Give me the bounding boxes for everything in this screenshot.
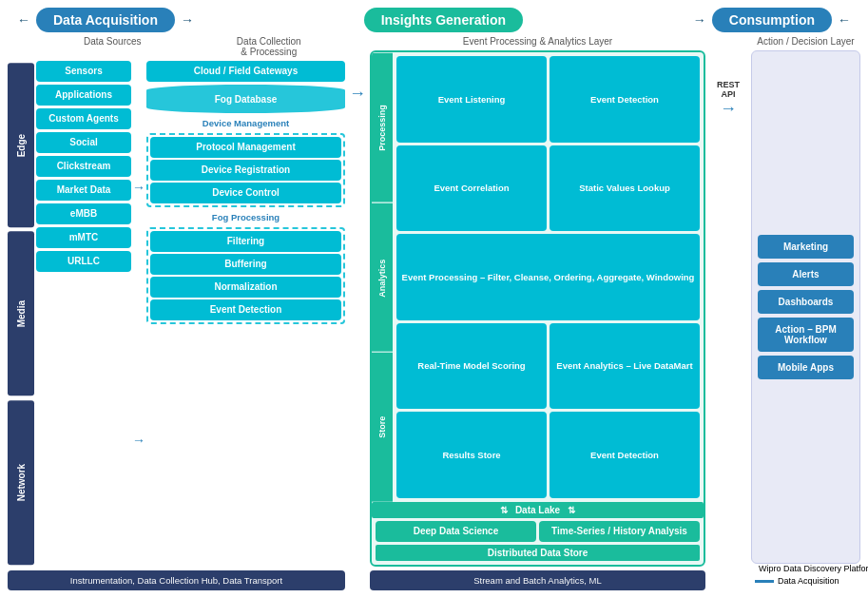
vertical-labels: Processing Analytics Store	[372, 52, 393, 502]
bottom-row-1: Deep Data Science Time-Series / History …	[376, 521, 700, 542]
action-bpm-btn: Action – BPM Workflow	[758, 318, 854, 352]
legend-blue-line	[755, 580, 774, 583]
data-acquisition-header: ← Data Acquisition →	[17, 8, 194, 32]
arrow-left-icon: ←	[17, 12, 30, 28]
insights-grid: Event Listening Event Detection Event Co…	[393, 52, 704, 502]
bottom-left-label: Instrumentation, Data Collection Hub, Da…	[8, 570, 345, 590]
urllc-box: URLLC	[36, 251, 131, 272]
data-lake-label: Data Lake	[515, 505, 560, 515]
mmtc-box: mMTC	[36, 227, 131, 248]
device-mgmt-border: Protocol Management Device Registration …	[146, 133, 345, 207]
mobile-apps-btn: Mobile Apps	[758, 356, 854, 379]
device-control-box: Device Control	[150, 183, 341, 203]
legend-wipro-label: Wipro Data Discovery Platform	[759, 564, 868, 573]
buffering-box: Buffering	[150, 254, 341, 275]
consumption-title: Consumption	[712, 8, 832, 32]
insights-header: Insights Generation	[364, 8, 523, 32]
processing-vert-label: Processing	[372, 52, 393, 203]
store-vert-label: Store	[372, 352, 393, 502]
embb-box: eMBB	[36, 203, 131, 224]
device-reg-box: Device Registration	[150, 160, 341, 181]
legend-wipro: Wipro Data Discovery Platform	[755, 564, 860, 573]
arrow-media-icon: →	[132, 434, 145, 447]
action-decision-label: Action / Decision Layer	[751, 36, 860, 47]
arrows-col: → →	[133, 61, 145, 567]
processing-column: Cloud / Field Gateways Fog Database Devi…	[146, 61, 345, 567]
arrow-right-icon-da: →	[181, 12, 194, 28]
insights-inner: Processing Analytics Store Event Listeni…	[372, 52, 704, 502]
real-time-model-box: Real-Time Model Scoring	[396, 323, 547, 410]
legend-data-acquisition: Data Acquisition	[755, 576, 860, 586]
processing-row-1: Event Listening Event Detection	[396, 56, 700, 143]
network-label: Network	[8, 400, 34, 565]
event-detection-dc-box: Event Detection	[150, 299, 341, 320]
arrow-right-icon-cons: →	[693, 12, 706, 28]
left-inner: Edge Media Network Sensors Applications …	[8, 61, 345, 567]
processing-row-3: Event Processing – Filter, Cleanse, Orde…	[396, 234, 700, 320]
top-arrows-row: ← Data Acquisition → Insights Generation…	[8, 8, 860, 32]
legend-da-label: Data Acquisition	[778, 576, 839, 586]
right-panel: Action / Decision Layer Marketing Alerts…	[751, 36, 860, 590]
deep-data-science-box: Deep Data Science	[376, 521, 536, 542]
data-sources-subheader: Data Sources	[36, 36, 189, 57]
arrow-left-icon-cons: ←	[838, 12, 851, 28]
middle-panel: Event Processing & Analytics Layer Proce…	[370, 36, 705, 590]
bottom-section: Deep Data Science Time-Series / History …	[372, 518, 704, 565]
analytics-vert-label: Analytics	[372, 203, 393, 353]
normalization-box: Normalization	[150, 277, 341, 298]
time-series-box: Time-Series / History Analysis	[539, 521, 700, 542]
consumption-header: → Consumption ←	[693, 8, 851, 32]
media-label: Media	[8, 231, 34, 395]
fog-database-box: Fog Database	[146, 85, 345, 113]
data-lake-row: ⇅ Data Lake ⇅	[372, 502, 704, 518]
edge-label: Edge	[8, 63, 34, 227]
arrow-edge-icon: →	[132, 181, 145, 194]
left-to-middle-arrow: →	[349, 36, 366, 590]
rest-api-label: REST API	[709, 80, 747, 99]
event-analytics-box: Event Analytics – Live DataMart	[550, 323, 700, 410]
device-management-label: Device Management	[146, 118, 345, 128]
insights-generation-title: Insights Generation	[364, 8, 523, 32]
arrow-up-left-icon: ⇅	[500, 505, 508, 515]
event-detection-insights-box: Event Detection	[550, 56, 700, 143]
rest-api-section: REST API →	[709, 36, 747, 590]
store-row: Results Store Event Detection	[396, 412, 700, 498]
event-listening-box: Event Listening	[396, 56, 547, 143]
applications-box: Applications	[36, 85, 131, 106]
content-area: Data Sources Data Collection & Processin…	[8, 36, 860, 590]
dashboards-btn: Dashboards	[758, 290, 854, 314]
event-processing-label: Event Processing & Analytics Layer	[370, 36, 705, 47]
bottom-middle-label: Stream and Batch Analytics, ML	[370, 570, 705, 590]
legend: Wipro Data Discovery Platform Data Acqui…	[755, 564, 860, 590]
protocol-mgmt-box: Protocol Management	[150, 137, 341, 158]
consumption-box: Marketing Alerts Dashboards Action – BPM…	[751, 50, 860, 564]
distributed-data-store-box: Distributed Data Store	[376, 545, 700, 561]
layer-labels: Edge Media Network	[8, 61, 34, 567]
sensors-box: Sensors	[36, 61, 131, 82]
static-values-box: Static Values Lookup	[550, 145, 700, 232]
fog-processing-border: Filtering Buffering Normalization Event …	[146, 227, 345, 324]
data-acquisition-title: Data Acquisition	[36, 8, 175, 32]
arrow-up-right-icon: ⇅	[568, 505, 575, 515]
social-box: Social	[36, 132, 131, 153]
bottom-left-label-wrapper: Instrumentation, Data Collection Hub, Da…	[8, 570, 345, 590]
bottom-middle-label-wrapper: Stream and Batch Analytics, ML	[370, 570, 705, 590]
marketing-btn: Marketing	[758, 235, 854, 259]
market-data-box: Market Data	[36, 180, 131, 201]
sub-headers: Data Sources Data Collection & Processin…	[8, 36, 345, 57]
results-store-box: Results Store	[396, 412, 547, 498]
alerts-btn: Alerts	[758, 262, 854, 286]
insights-outer-box: Processing Analytics Store Event Listeni…	[370, 50, 705, 567]
left-panel: Data Sources Data Collection & Processin…	[8, 36, 345, 590]
event-processing-full-box: Event Processing – Filter, Cleanse, Orde…	[396, 234, 700, 320]
custom-agents-box: Custom Agents	[36, 108, 131, 129]
event-detection-store-box: Event Detection	[550, 412, 700, 498]
processing-row-2: Event Correlation Static Values Lookup	[396, 145, 700, 232]
filtering-box: Filtering	[150, 231, 341, 252]
analytics-row: Real-Time Model Scoring Event Analytics …	[396, 323, 700, 410]
clickstream-box: Clickstream	[36, 156, 131, 177]
data-sources-column: Sensors Applications Custom Agents Socia…	[36, 61, 131, 567]
cloud-field-box: Cloud / Field Gateways	[146, 61, 345, 82]
fog-processing-label: Fog Processing	[146, 212, 345, 222]
event-correlation-box: Event Correlation	[396, 145, 547, 232]
